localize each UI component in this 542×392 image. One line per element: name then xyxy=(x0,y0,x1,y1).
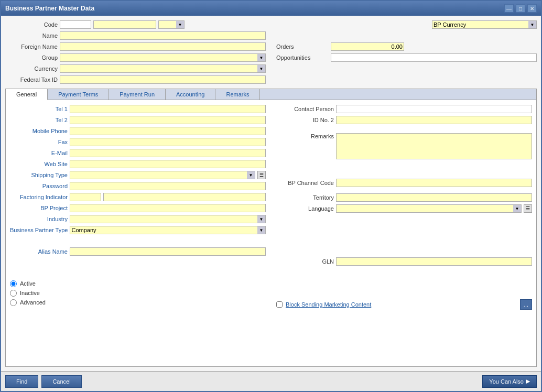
fax-input[interactable] xyxy=(70,138,266,146)
language-row: Language ▼ ☰ xyxy=(276,204,532,213)
inactive-label: Inactive xyxy=(20,290,40,296)
currency-label: Currency xyxy=(5,66,58,72)
language-select[interactable] xyxy=(336,204,522,213)
code-select[interactable] xyxy=(158,20,185,29)
opportunities-label: Opportunities xyxy=(276,55,329,61)
maximize-button[interactable]: □ xyxy=(516,4,525,13)
gln-row: GLN xyxy=(276,257,532,266)
federal-tax-input[interactable] xyxy=(60,75,266,84)
right-tab-fields: Contact Person ID No. 2 Remarks xyxy=(276,104,532,362)
bp-channel-input[interactable] xyxy=(336,179,532,187)
name-row: Name xyxy=(5,31,266,40)
factoring-input2[interactable] xyxy=(103,193,266,201)
opportunities-row: Opportunities xyxy=(276,53,537,62)
inactive-radio-row: Inactive xyxy=(10,288,266,298)
tel2-input[interactable] xyxy=(70,116,266,124)
federal-tax-label: Federal Tax ID xyxy=(5,77,58,83)
territory-input[interactable] xyxy=(336,193,532,202)
language-list-icon[interactable]: ☰ xyxy=(524,204,532,213)
orders-row: Orders xyxy=(276,42,537,51)
tab-remarks[interactable]: Remarks xyxy=(215,89,260,100)
remarks-label: Remarks xyxy=(276,133,334,139)
gln-input[interactable] xyxy=(336,257,532,266)
website-row: Web Site xyxy=(10,159,266,169)
marketing-label: Block Sending Marketing Content xyxy=(286,301,371,308)
email-input[interactable] xyxy=(70,149,266,157)
tab-accounting[interactable]: Accounting xyxy=(166,89,215,100)
top-form: Code ▼ Name Foreign Name xyxy=(5,20,537,84)
cancel-button[interactable]: Cancel xyxy=(41,375,81,388)
bp-type-select[interactable]: Company xyxy=(70,226,266,234)
group-select[interactable] xyxy=(60,53,266,62)
active-radio[interactable] xyxy=(10,280,17,287)
inactive-radio[interactable] xyxy=(10,290,17,297)
tel1-input[interactable] xyxy=(70,105,266,113)
close-button[interactable]: ✕ xyxy=(527,4,537,13)
left-form: Code ▼ Name Foreign Name xyxy=(5,20,266,84)
mobile-input[interactable] xyxy=(70,127,266,135)
marketing-row: Block Sending Marketing Content ... xyxy=(276,299,532,310)
tab-content-general: Tel 1 Tel 2 Mobile Phone F xyxy=(6,100,536,366)
active-radio-row: Active xyxy=(10,279,266,288)
foreign-name-row: Foreign Name xyxy=(5,42,266,51)
currency-row: Currency ▼ xyxy=(5,64,266,73)
bp-project-row: BP Project xyxy=(10,203,266,213)
code-row: Code ▼ xyxy=(5,20,266,29)
shipping-select[interactable] xyxy=(70,171,255,179)
alias-input[interactable] xyxy=(70,247,266,256)
window-title: Business Partner Master Data xyxy=(5,5,94,12)
tab-payment-terms[interactable]: Payment Terms xyxy=(48,89,109,100)
industry-row: Industry ▼ xyxy=(10,214,266,224)
currency-select[interactable] xyxy=(60,64,266,73)
name-label: Name xyxy=(5,32,58,39)
left-tab-fields: Tel 1 Tel 2 Mobile Phone F xyxy=(10,104,266,362)
gln-label: GLN xyxy=(276,258,334,265)
alias-label: Alias Name xyxy=(10,248,68,255)
federal-tax-row: Federal Tax ID xyxy=(5,75,266,84)
bp-type-label: Business Partner Type xyxy=(10,227,68,233)
code-input1[interactable] xyxy=(60,20,91,29)
mobile-row: Mobile Phone xyxy=(10,126,266,136)
name-input[interactable] xyxy=(60,31,266,40)
main-window: Business Partner Master Data — □ ✕ Code … xyxy=(0,0,542,392)
factoring-input1[interactable] xyxy=(70,193,101,201)
factoring-row: Factoring Indicator xyxy=(10,192,266,202)
code-input2[interactable] xyxy=(93,20,156,29)
bp-currency-row: BP Currency ▼ xyxy=(276,20,537,29)
content-area: Code ▼ Name Foreign Name xyxy=(1,16,541,371)
id-no2-label: ID No. 2 xyxy=(276,117,334,123)
shipping-list-icon[interactable]: ☰ xyxy=(257,171,266,179)
opportunities-input[interactable] xyxy=(331,53,537,62)
contact-person-row: Contact Person xyxy=(276,104,532,114)
active-label: Active xyxy=(20,280,36,287)
id-no2-input[interactable] xyxy=(336,116,532,124)
marketing-ellipsis-btn[interactable]: ... xyxy=(520,299,532,310)
you-can-also-button[interactable]: You Can Also ▶ xyxy=(482,375,537,388)
bp-type-row: Business Partner Type Company ▼ xyxy=(10,225,266,235)
bp-currency-select[interactable]: BP Currency xyxy=(432,20,537,29)
remarks-textarea[interactable] xyxy=(336,133,532,159)
tab-payment-run[interactable]: Payment Run xyxy=(109,89,166,100)
bottom-left-buttons: Find Cancel xyxy=(5,375,82,388)
website-input[interactable] xyxy=(70,160,266,168)
bp-project-input[interactable] xyxy=(70,204,266,212)
group-row: Group ▼ xyxy=(5,53,266,62)
password-input[interactable] xyxy=(70,182,266,190)
window-controls: — □ ✕ xyxy=(504,4,537,13)
minimize-button[interactable]: — xyxy=(504,4,514,13)
right-form: BP Currency ▼ Orders Opportunities xyxy=(276,20,537,84)
tab-general[interactable]: General xyxy=(6,89,48,100)
advanced-radio[interactable] xyxy=(10,299,17,306)
foreign-name-input[interactable] xyxy=(60,42,266,51)
shipping-label: Shipping Type xyxy=(10,172,68,178)
industry-select[interactable] xyxy=(70,215,266,223)
marketing-checkbox[interactable] xyxy=(276,301,283,308)
contact-person-input[interactable] xyxy=(336,105,532,113)
foreign-name-label: Foreign Name xyxy=(5,43,58,50)
orders-input[interactable] xyxy=(331,42,404,51)
you-can-also-arrow: ▶ xyxy=(526,378,530,385)
email-label: E-Mail xyxy=(10,150,68,156)
orders-label: Orders xyxy=(276,43,329,50)
find-button[interactable]: Find xyxy=(5,375,38,388)
mobile-label: Mobile Phone xyxy=(10,128,68,134)
